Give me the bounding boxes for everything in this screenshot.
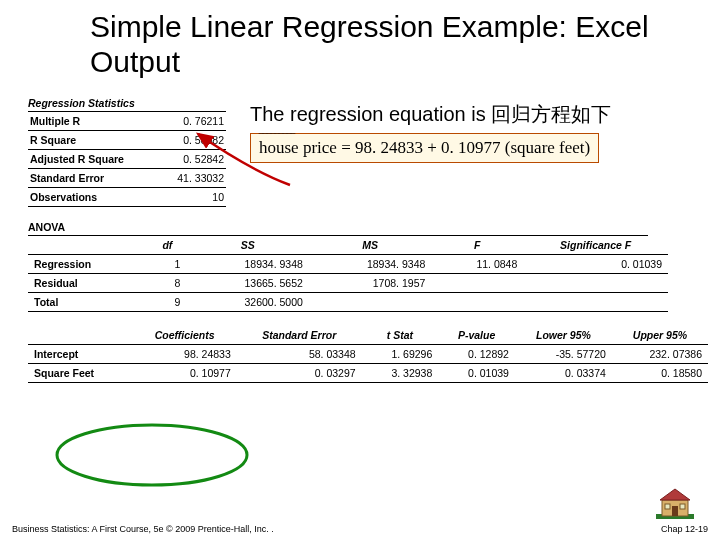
table-row: Standard Error41. 33032 [28,169,226,188]
house-icon [654,486,696,520]
regression-stats-table: Multiple R0. 76211 R Square0. 58082 Adju… [28,112,226,207]
svg-point-0 [57,425,247,485]
col-header [28,236,148,255]
table-row: Observations10 [28,188,226,207]
stat-value: 41. 33032 [148,169,226,188]
col-header: F [431,236,523,255]
stat-label: R Square [28,131,148,150]
col-header: SS [186,236,308,255]
table-header-row: Coefficients Standard Error t Stat P-val… [28,326,708,345]
footer: Business Statistics: A First Course, 5e … [12,524,708,534]
svg-marker-3 [660,489,690,500]
table-row: Intercept98. 2483358. 033481. 692960. 12… [28,345,708,364]
equation-box: ‾‾‾‾‾‾‾‾‾ house price = 98. 24833 + 0. 1… [250,133,599,163]
col-header: P-value [438,326,515,345]
highlight-ellipse-icon [52,420,252,490]
col-header [28,326,133,345]
stat-label: Standard Error [28,169,148,188]
anova-table: df SS MS F Significance F Regression1189… [28,236,668,312]
table-row: Adjusted R Square0. 52842 [28,150,226,169]
col-header: Standard Error [237,326,362,345]
stat-label: Observations [28,188,148,207]
table-row: Total932600. 5000 [28,293,668,312]
col-header: t Stat [362,326,439,345]
col-header: MS [309,236,431,255]
stat-value: 0. 52842 [148,150,226,169]
stat-value: 0. 58082 [148,131,226,150]
annotation-text: The regression equation is 回归方程如下 [250,101,611,128]
table-row: Regression118934. 934818934. 934811. 084… [28,255,668,274]
table-row: Residual813665. 56521708. 1957 [28,274,668,293]
main-content: Regression Statistics Multiple R0. 76211… [0,89,720,383]
stat-label: Adjusted R Square [28,150,148,169]
col-header: Coefficients [133,326,237,345]
svg-rect-5 [665,504,670,509]
coefficients-table: Coefficients Standard Error t Stat P-val… [28,326,708,383]
col-header: Upper 95% [612,326,708,345]
equation-text: house price = 98. 24833 + 0. 10977 (squa… [259,138,590,157]
table-row: R Square0. 58082 [28,131,226,150]
col-header: Significance F [523,236,668,255]
footer-credit: Business Statistics: A First Course, 5e … [12,524,274,534]
page-title: Simple Linear Regression Example: Excel … [0,0,720,89]
stat-label: Multiple R [28,112,148,131]
table-row: Square Feet0. 109770. 032973. 329380. 01… [28,364,708,383]
table-header-row: df SS MS F Significance F [28,236,668,255]
table-row: Multiple R0. 76211 [28,112,226,131]
svg-rect-4 [672,506,678,516]
stat-value: 10 [148,188,226,207]
col-header: Lower 95% [515,326,612,345]
col-header: df [148,236,186,255]
svg-rect-6 [680,504,685,509]
footer-page: Chap 12-19 [661,524,708,534]
stat-value: 0. 76211 [148,112,226,131]
stats-heading: Regression Statistics [28,97,226,112]
anova-heading: ANOVA [28,221,648,236]
